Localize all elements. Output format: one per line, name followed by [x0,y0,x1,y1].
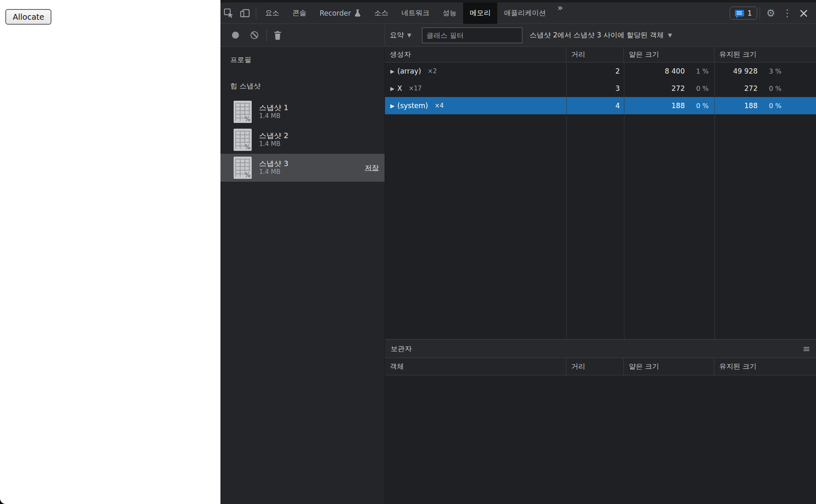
column-header-constructor[interactable]: 생성자 [385,47,566,62]
shallow-size: 272 [672,84,685,92]
device-toolbar-button[interactable] [237,2,253,24]
tab-console[interactable]: 콘솔 [286,2,313,24]
record-heap-snapshot-button[interactable] [232,32,239,39]
customize-menu-button[interactable]: ⋮ [779,2,795,24]
close-icon: × [798,7,809,19]
devtools-panel: 요소 콘솔 Recorder 소스 네트워크 성능 메모리 애플리케이션 » [220,0,816,504]
instance-count: ×2 [428,67,437,75]
tab-performance[interactable]: 성능 [436,2,463,24]
instance-count: ×4 [435,102,444,109]
constructors-header: 생성자 거리 얕은 크기 유지된 크기 [385,47,816,62]
shallow-size: 188 [672,102,685,110]
devtools-tabs: 요소 콘솔 Recorder 소스 네트워크 성능 메모리 애플리케이션 » [259,2,568,24]
summary-controls: 요약 ▼ 스냅샷 2에서 스냅샷 3 사이에 할당된 객체 ▼ [385,28,816,43]
class-filter-input[interactable] [422,28,522,43]
snapshot-size: 1.4 MB [259,140,288,148]
column-header-distance[interactable]: 거리 [566,47,624,62]
profiles-sidebar: 프로필 힙 스냅샷 스냅샷 1 1.4 MB 스냅샷 2 1.4 MB [220,47,385,504]
tab-sources[interactable]: 소스 [368,2,395,24]
expand-arrow-icon[interactable]: ▶ [389,103,396,109]
inspect-cursor-icon [223,8,234,18]
shallow-size-percent: 0 % [685,102,714,110]
inspect-element-button[interactable] [220,2,237,24]
snapshot-name: 스냅샷 1 [259,103,288,112]
retained-size-percent: 3 % [758,67,787,75]
retainers-splitter-bar[interactable]: 보관자 ≡ [385,339,816,358]
shallow-size: 8 400 [665,67,685,75]
column-header-retained-size[interactable]: 유지된 크기 [714,358,816,375]
distance-value: 3 [566,80,624,97]
heap-snapshot-icon [234,157,252,179]
tab-network[interactable]: 네트워크 [395,2,436,24]
issues-button[interactable]: 1 [730,7,757,20]
tab-application[interactable]: 애플리케이션 [497,2,552,24]
profiles-heading: 프로필 [220,55,385,66]
snapshot-scope-select[interactable]: 스냅샷 2에서 스냅샷 3 사이에 할당된 객체 ▼ [530,30,672,40]
issues-bubble-icon [735,10,744,16]
issues-count: 1 [747,9,752,17]
toolbar-divider [760,7,760,19]
constructor-name: (system) [397,102,428,110]
column-header-shallow-size[interactable]: 얕은 크기 [624,358,714,375]
tab-memory[interactable]: 메모리 [463,2,497,24]
retained-size: 272 [744,84,758,92]
screenshot-stage: Allocate 요소 콘솔 R [0,0,816,504]
trash-icon [274,30,282,40]
perspective-select[interactable]: 요약 ▼ [390,30,411,40]
tab-elements[interactable]: 요소 [259,2,286,24]
constructor-row-system-selected[interactable]: ▶ (system) ×4 4 188 0 % 188 0 % [385,97,816,114]
retained-size: 188 [744,102,758,110]
toolbar-divider [267,29,267,42]
allocate-button[interactable]: Allocate [5,9,51,25]
snapshot-name: 스냅샷 2 [259,131,288,140]
constructor-row-x[interactable]: ▶ X ×17 3 272 0 % 272 0 % [385,80,816,97]
retained-size-percent: 0 % [758,102,787,110]
snapshot-name: 스냅샷 3 [259,159,288,168]
close-devtools-button[interactable]: × [795,2,812,24]
expand-arrow-icon[interactable]: ▶ [389,68,396,74]
retainers-title: 보관자 [391,344,412,354]
web-page: Allocate [0,0,220,504]
more-tabs-button[interactable]: » [552,2,568,24]
column-header-retained-size[interactable]: 유지된 크기 [714,47,816,62]
snapshot-item-2[interactable]: 스냅샷 2 1.4 MB [220,126,385,154]
column-header-object[interactable]: 객체 [385,358,566,375]
snapshot-item-1[interactable]: 스냅샷 1 1.4 MB [220,98,385,126]
save-snapshot-link[interactable]: 저장 [365,163,379,173]
memory-panel-body: 프로필 힙 스냅샷 스냅샷 1 1.4 MB 스냅샷 2 1.4 MB [220,47,816,504]
kebab-menu-icon: ⋮ [782,8,792,18]
heap-snapshot-icon [234,101,252,123]
constructor-name: X [397,84,402,92]
expand-arrow-icon[interactable]: ▶ [389,86,396,92]
column-header-shallow-size[interactable]: 얕은 크기 [624,47,714,62]
snapshot-size: 1.4 MB [259,168,288,176]
toolbar-right-cluster: 1 ⚙ ⋮ × [730,2,816,24]
distance-value: 4 [566,97,624,114]
heap-snapshot-icon [234,129,252,151]
settings-button[interactable]: ⚙ [763,2,779,24]
snapshot-item-3-selected[interactable]: 스냅샷 3 1.4 MB 저장 [220,154,385,182]
heap-snapshots-heading: 힙 스냅샷 [220,81,385,92]
chevron-down-icon: ▼ [407,32,411,38]
gear-icon: ⚙ [766,8,775,18]
instance-count: ×17 [409,85,422,92]
tab-recorder[interactable]: Recorder [313,2,368,24]
experiment-flask-icon [354,9,361,17]
constructors-grid: 생성자 거리 얕은 크기 유지된 크기 ▶ (array) ×2 2 8 400 [385,47,816,504]
column-header-distance[interactable]: 거리 [566,358,624,375]
retainers-header: 객체 거리 얕은 크기 유지된 크기 [385,358,816,375]
delete-profile-button[interactable] [269,25,286,46]
retained-size-percent: 0 % [758,85,787,92]
device-toolbar-icon [240,8,250,18]
toolbar-divider [256,7,256,19]
devtools-main-toolbar: 요소 콘솔 Recorder 소스 네트워크 성능 메모리 애플리케이션 » [220,2,816,24]
chevron-down-icon: ▼ [668,32,672,38]
snapshot-size: 1.4 MB [259,112,288,120]
hamburger-menu-icon[interactable]: ≡ [803,344,810,354]
distance-value: 2 [566,62,624,80]
retained-size: 49 928 [733,67,758,75]
constructor-row-array[interactable]: ▶ (array) ×2 2 8 400 1 % 49 928 3 % [385,62,816,80]
shallow-size-percent: 1 % [685,67,714,75]
clear-profiles-button[interactable] [250,31,258,39]
shallow-size-percent: 0 % [685,85,714,92]
